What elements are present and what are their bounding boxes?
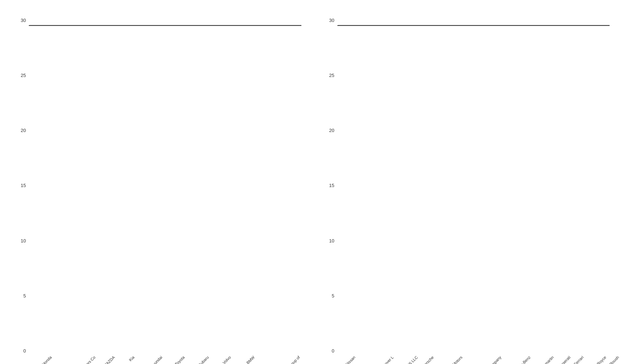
x-tick-label: General Motors [441, 355, 463, 364]
chart2-wrapper: 302520151050 NissanJaguar Land Rover LFC… [312, 7, 621, 357]
x-tick-label: BMW [246, 355, 255, 364]
y-tick-label: 0 [11, 349, 29, 353]
x-tick-label: Jaguar Land Rover L [365, 355, 394, 364]
x-label-group: FCA US LLC [393, 353, 416, 364]
y-tick-label: 5 [11, 294, 29, 298]
x-label-group: Ford Motor Company [462, 353, 499, 364]
x-label-group: Maserati [553, 353, 568, 364]
x-label-group: Kia [118, 353, 140, 364]
y-tick-label: 30 [319, 18, 337, 23]
x-label-group: Roush [605, 353, 617, 364]
x-label-group: Hyundai [142, 353, 164, 364]
chart1-x-labels: HondaMitsubishi Motors CoMAZDAKiaHyundai… [29, 353, 301, 364]
x-tick-label: Maserati [557, 355, 571, 364]
chart2-x-labels: NissanJaguar Land Rover LFCA US LLCPorsc… [337, 353, 610, 364]
chart1-y-axis: 302520151050 [11, 18, 29, 353]
y-tick-label: 10 [319, 238, 337, 243]
gridline [338, 25, 610, 25]
x-tick-label: Volkswagen Group of [271, 355, 301, 364]
y-tick-label: 30 [11, 18, 29, 23]
x-tick-label: Mercedes-Benz [509, 355, 531, 364]
x-tick-label: Kia [128, 355, 135, 362]
chart2-area [337, 25, 610, 26]
x-label-group: Porsche [417, 353, 431, 364]
x-tick-label: Mitsubishi Motors Co [67, 355, 96, 364]
x-label-group: Volkswagen Group of [260, 353, 298, 364]
x-label-group: Mitsubishi Motors Co [56, 353, 93, 364]
x-label-group: MAZDA [94, 353, 117, 364]
x-label-group: Ferrari [570, 353, 581, 364]
y-tick-label: 0 [319, 349, 337, 353]
y-tick-label: 10 [11, 238, 29, 243]
y-tick-label: 25 [11, 73, 29, 78]
x-tick-label: Volvo [222, 355, 232, 364]
chart1-wrapper: 302520151050 HondaMitsubishi Motors CoMA… [4, 7, 312, 357]
x-tick-label: FCA US LLC [399, 355, 418, 364]
x-tick-label: Ford Motor Company [472, 355, 502, 364]
y-tick-label: 15 [319, 183, 337, 188]
chart1-area [29, 25, 301, 26]
x-label-group: Toyota [165, 353, 188, 364]
charts-container: 302520151050 HondaMitsubishi Motors CoMA… [0, 0, 624, 364]
x-tick-label: Toyota [174, 355, 185, 364]
x-tick-label: Hyundai [150, 355, 163, 364]
x-label-group: Subaru [189, 353, 211, 364]
x-label-group: Volvo [213, 353, 235, 364]
x-tick-label: Rolls-Royce [589, 355, 607, 364]
chart2-y-axis: 302520151050 [319, 18, 337, 353]
x-label-group: Nissan [341, 353, 353, 364]
x-label-group: Honda [32, 353, 55, 364]
gridline [30, 25, 301, 25]
x-tick-label: Subaru [197, 355, 210, 364]
y-tick-label: 15 [11, 183, 29, 188]
y-tick-label: 5 [319, 294, 337, 298]
x-label-group: BMW [236, 353, 259, 364]
x-label-group: Mercedes-Benz [500, 353, 528, 364]
y-tick-label: 25 [319, 73, 337, 78]
y-tick-label: 20 [11, 128, 29, 133]
y-tick-label: 20 [319, 128, 337, 133]
x-label-group: aston martin [530, 353, 552, 364]
x-tick-label: Honda [41, 355, 52, 364]
x-tick-label: aston martin [536, 355, 555, 364]
x-label-group: Rolls-Royce [583, 353, 604, 364]
x-label-group: General Motors [433, 353, 460, 364]
x-tick-label: Porsche [421, 355, 435, 364]
x-label-group: Jaguar Land Rover L [354, 353, 391, 364]
x-tick-label: MAZDA [103, 355, 116, 364]
x-tick-label: Roush [609, 355, 620, 364]
